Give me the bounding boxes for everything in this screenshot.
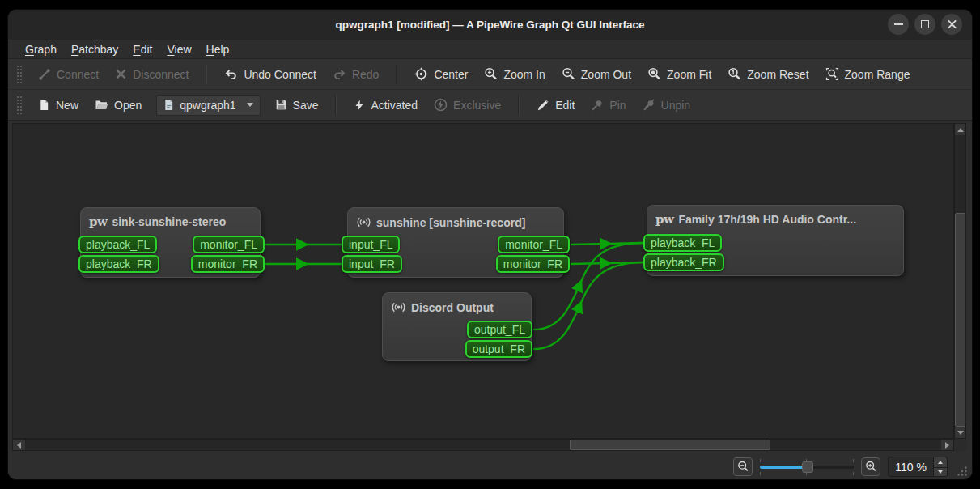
node-title: sunshine [sunshine-record] (376, 216, 525, 229)
menu-graph[interactable]: Graph (18, 41, 64, 57)
new-file-icon (38, 99, 50, 112)
activated-toggle[interactable]: Activated (347, 95, 424, 116)
zoom-value[interactable]: 110 % (889, 461, 933, 474)
toolbar-drag-handle[interactable] (16, 65, 22, 84)
node-title: sink-sunshine-stereo (112, 215, 226, 228)
port-sunshine-input-fl[interactable]: input_FL (342, 236, 400, 253)
redo-icon (333, 68, 346, 81)
port-discord-output-fl[interactable]: output_FL (467, 321, 532, 338)
maximize-button[interactable] (914, 14, 935, 35)
save-icon (275, 99, 287, 111)
disconnect-button[interactable]: Disconnect (108, 64, 195, 85)
open-folder-icon (95, 99, 108, 111)
open-button[interactable]: Open (88, 95, 148, 116)
titlebar[interactable]: qpwgraph1 [modified] — A PipeWire Graph … (8, 10, 972, 40)
patchbay-file-icon (163, 99, 174, 111)
port-sunshine-input-fr[interactable]: input_FR (342, 255, 402, 273)
zoom-fit-button[interactable]: Zoom Fit (641, 63, 718, 85)
edit-button[interactable]: Edit (530, 95, 581, 116)
pin-button[interactable]: Pin (584, 95, 632, 116)
statusbar-zoom-out-button[interactable] (733, 457, 753, 476)
zoom-reset-button[interactable]: Zoom Reset (721, 63, 815, 85)
window-title: qpwgraph1 [modified] — A PipeWire Graph … (335, 19, 644, 31)
undo-connect-button[interactable]: Undo Connect (218, 64, 323, 85)
save-button[interactable]: Save (269, 95, 325, 116)
port-family-playback-fr[interactable]: playback_FR (643, 253, 724, 271)
zoom-spinbox[interactable]: 110 % (888, 457, 948, 477)
connection-wires[interactable] (13, 124, 954, 439)
pipewire-logo-icon: pw (89, 216, 107, 228)
app-window: qpwgraph1 [modified] — A PipeWire Graph … (7, 9, 973, 480)
zoom-fit-icon (647, 67, 661, 81)
menu-patchbay[interactable]: Patchbay (64, 41, 125, 57)
pin-icon (591, 99, 604, 112)
arrow-up-icon (957, 128, 964, 132)
scroll-down-button[interactable] (955, 427, 965, 438)
menu-view[interactable]: View (159, 41, 198, 57)
new-button[interactable]: New (32, 95, 85, 116)
exclusive-icon (434, 98, 448, 112)
zoom-step-down-button[interactable] (934, 467, 947, 477)
zoom-range-button[interactable]: Zoom Range (819, 63, 917, 85)
redo-button[interactable]: Redo (326, 64, 385, 85)
graph-canvas[interactable]: pw sink-sunshine-stereo sunshine [sunshi… (12, 123, 954, 439)
arrow-down-icon (957, 431, 964, 435)
arrow-right-icon (945, 442, 949, 449)
zoom-in-button[interactable]: Zoom In (477, 63, 551, 85)
unpin-button[interactable]: Unpin (636, 95, 698, 116)
connect-button[interactable]: Connect (32, 64, 105, 85)
separator (396, 65, 397, 84)
chevron-down-icon (247, 103, 253, 107)
port-discord-output-fr[interactable]: output_FR (465, 340, 532, 358)
disconnect-icon (115, 68, 127, 80)
patchbay-toolbar: New Open qpwgraph1 Save Activated Exclus… (8, 90, 972, 121)
scroll-up-button[interactable] (955, 124, 965, 135)
stream-icon (391, 300, 406, 314)
menu-help[interactable]: Help (199, 41, 237, 57)
port-family-playback-fl[interactable]: playback_FL (643, 234, 722, 252)
patchbay-selector-dropdown[interactable]: qpwgraph1 (156, 95, 260, 116)
port-sink-monitor-fr[interactable]: monitor_FR (191, 255, 265, 273)
minimize-button[interactable] (888, 14, 909, 35)
arrow-down-icon (938, 470, 943, 474)
zoom-slider[interactable] (760, 457, 854, 477)
resize-grip[interactable] (957, 466, 968, 477)
scroll-right-button[interactable] (941, 440, 953, 450)
port-sink-playback-fr[interactable]: playback_FR (78, 255, 159, 273)
separator (518, 96, 520, 115)
zoom-in-icon (484, 67, 498, 81)
center-icon (414, 67, 428, 81)
pipewire-logo-icon: pw (655, 214, 673, 226)
scroll-left-button[interactable] (13, 440, 25, 450)
unpin-icon (643, 99, 655, 112)
toolbar-drag-handle[interactable] (16, 96, 22, 115)
menu-edit[interactable]: Edit (125, 41, 159, 57)
menubar: Graph Patchbay Edit View Help (8, 40, 972, 59)
zoom-slider-fill (760, 466, 807, 469)
port-sunshine-monitor-fr[interactable]: monitor_FR (496, 255, 570, 273)
center-button[interactable]: Center (408, 63, 474, 85)
exclusive-toggle[interactable]: Exclusive (427, 94, 507, 116)
zoom-step-up-button[interactable] (934, 457, 947, 467)
port-sunshine-monitor-fl[interactable]: monitor_FL (498, 236, 570, 253)
minimize-icon (894, 23, 903, 25)
patchbay-selector-value: qpwgraph1 (180, 99, 235, 112)
horizontal-scrollbar-thumb[interactable] (570, 440, 770, 450)
horizontal-scrollbar[interactable] (12, 439, 954, 451)
connect-icon (38, 68, 51, 81)
close-button[interactable] (941, 14, 962, 35)
arrow-up-icon (938, 461, 943, 464)
canvas-frame: pw sink-sunshine-stereo sunshine [sunshi… (8, 121, 973, 453)
zoom-slider-handle[interactable] (802, 461, 813, 473)
port-sink-playback-fl[interactable]: playback_FL (78, 236, 157, 253)
statusbar-zoom-in-button[interactable] (861, 457, 880, 476)
vertical-scrollbar[interactable] (954, 123, 966, 439)
zoom-in-icon (865, 461, 877, 473)
vertical-scrollbar-thumb[interactable] (955, 213, 965, 427)
zoom-out-button[interactable]: Zoom Out (555, 63, 638, 85)
port-sink-monitor-fl[interactable]: monitor_FL (193, 236, 265, 253)
arrow-left-icon (17, 442, 21, 449)
zoom-range-icon (825, 67, 839, 81)
separator (206, 65, 207, 84)
zoom-out-icon (737, 461, 749, 473)
